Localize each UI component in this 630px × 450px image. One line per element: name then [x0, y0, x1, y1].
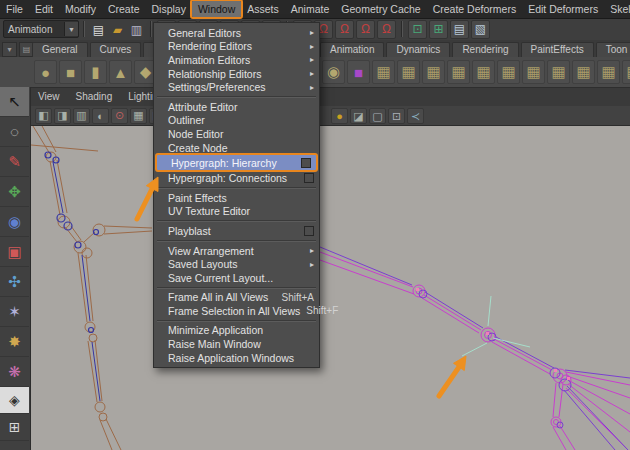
panel-menu-shading[interactable]: Shading: [68, 91, 121, 102]
shelf-tab-animation[interactable]: Animation: [320, 42, 384, 57]
select-tool[interactable]: ↖: [0, 87, 29, 117]
isolate-select-icon[interactable]: ◪: [350, 108, 367, 124]
input-connections-icon[interactable]: ⊡: [408, 20, 427, 39]
snap-projected-center-icon[interactable]: Ω: [356, 20, 375, 39]
menubar-item-edit-deformers[interactable]: Edit Deformers: [522, 1, 604, 17]
menu-item-uv-texture-editor[interactable]: UV Texture Editor: [154, 205, 319, 219]
menu-item-outliner[interactable]: Outliner: [154, 114, 319, 128]
menubar-item-animate[interactable]: Animate: [285, 1, 336, 17]
move-tool[interactable]: ✥: [0, 177, 29, 207]
menu-item-hypergraph-hierarchy[interactable]: Hypergraph: Hierarchy: [155, 153, 318, 172]
shelf-menu-icon[interactable]: ▾: [2, 42, 17, 57]
poly-cylinder-icon[interactable]: ▮: [84, 60, 107, 84]
poly-tool-icon[interactable]: ▦: [622, 60, 630, 84]
lasso-select-tool[interactable]: ◌: [0, 117, 29, 147]
menu-item-save-current-layout[interactable]: Save Current Layout...: [154, 271, 319, 285]
shaded-sphere-icon[interactable]: ●: [331, 108, 348, 124]
output-connections-icon[interactable]: ⊞: [429, 20, 448, 39]
chevron-down-icon[interactable]: ▼: [64, 22, 78, 36]
poly-tool-icon[interactable]: ▦: [372, 60, 395, 84]
resolution-gate-icon[interactable]: ▦: [130, 108, 147, 124]
shelf-tab-dynamics[interactable]: Dynamics: [386, 42, 450, 57]
single-pane-layout[interactable]: ◈: [0, 387, 29, 414]
menu-item-checkbox[interactable]: [304, 226, 314, 236]
menubar-item-create-deformers[interactable]: Create Deformers: [427, 1, 522, 17]
purple-cube-icon[interactable]: ■: [347, 60, 370, 84]
menu-item-frame-selection-in-all-views[interactable]: Frame Selection in All ViewsShift+F: [154, 304, 319, 318]
menubar-item-geometry-cache[interactable]: Geometry Cache: [335, 1, 426, 17]
last-tool-used[interactable]: ❋: [0, 357, 29, 387]
shelf-tab-toon[interactable]: Toon: [596, 42, 630, 57]
poly-sphere-icon[interactable]: ●: [34, 60, 57, 84]
poly-tool-icon[interactable]: ▦: [522, 60, 545, 84]
poly-tool-icon[interactable]: ▦: [397, 60, 420, 84]
menu-item-raise-application-windows[interactable]: Raise Application Windows: [154, 351, 319, 365]
new-scene-icon[interactable]: ▤: [90, 21, 107, 38]
menu-item-view-arrangement[interactable]: View Arrangement▸: [154, 244, 319, 258]
grease-pencil-icon[interactable]: ⊙: [111, 108, 128, 124]
scale-tool[interactable]: ▣: [0, 237, 29, 267]
menubar-item-assets[interactable]: Assets: [241, 1, 285, 17]
menu-item-settings-preferences[interactable]: Settings/Preferences▸: [154, 80, 319, 94]
poly-tool-icon[interactable]: ▦: [472, 60, 495, 84]
bookmarks-icon[interactable]: ◨: [54, 108, 71, 124]
menu-item-playblast[interactable]: Playblast: [154, 224, 319, 238]
menubar-item-display[interactable]: Display: [145, 1, 191, 17]
menu-item-hypergraph-connections[interactable]: Hypergraph: Connections: [154, 171, 319, 185]
menubar-item-window[interactable]: Window: [192, 1, 241, 17]
menu-set-selector[interactable]: Animation ▼: [3, 20, 79, 38]
menu-item-node-editor[interactable]: Node Editor: [154, 127, 319, 141]
menu-item-saved-layouts[interactable]: Saved Layouts▸: [154, 257, 319, 271]
menu-item-checkbox[interactable]: [301, 158, 311, 168]
poly-tool-icon[interactable]: ▦: [547, 60, 570, 84]
image-plane-icon[interactable]: ▥: [73, 108, 90, 124]
menu-item-rendering-editors[interactable]: Rendering Editors▸: [154, 40, 319, 54]
menu-item-raise-main-window[interactable]: Raise Main Window: [154, 337, 319, 351]
soft-modification-tool[interactable]: ✶: [0, 297, 29, 327]
camera-icon[interactable]: ◧: [35, 108, 52, 124]
perspective-viewport[interactable]: [30, 125, 630, 450]
outliner-pane-layout[interactable]: ⊟: [0, 441, 29, 450]
menubar-item-edit[interactable]: Edit: [29, 1, 59, 17]
four-pane-layout[interactable]: ⊞: [0, 414, 29, 441]
menu-item-relationship-editors[interactable]: Relationship Editors▸: [154, 67, 319, 81]
snap-view-plane-icon[interactable]: Ω: [377, 20, 396, 39]
wire-sphere-icon[interactable]: ◉: [322, 60, 345, 84]
menu-item-checkbox[interactable]: [304, 173, 314, 183]
snap-point-icon[interactable]: Ω: [335, 20, 354, 39]
universal-manipulator-tool[interactable]: ✣: [0, 267, 29, 297]
menu-item-attribute-editor[interactable]: Attribute Editor: [154, 100, 319, 114]
xray-cube-icon[interactable]: ⊡: [388, 108, 405, 124]
menubar-item-file[interactable]: File: [0, 1, 29, 17]
poly-tool-icon[interactable]: ▦: [497, 60, 520, 84]
construction-history-icon[interactable]: ▤: [450, 20, 469, 39]
menubar-item-skeleton[interactable]: Skeleton: [604, 1, 630, 17]
poly-tool-icon[interactable]: ▦: [572, 60, 595, 84]
menubar-item-create[interactable]: Create: [102, 1, 146, 17]
rotate-tool[interactable]: ◉: [0, 207, 29, 237]
open-scene-icon[interactable]: ▰: [109, 21, 126, 38]
shelf-tab-general[interactable]: General: [32, 42, 88, 57]
paint-select-tool[interactable]: ✎: [0, 147, 29, 177]
connections-icon[interactable]: ≺: [407, 108, 424, 124]
poly-cube-icon[interactable]: ■: [59, 60, 82, 84]
menubar-item-modify[interactable]: Modify: [59, 1, 102, 17]
menu-item-minimize-application[interactable]: Minimize Application: [154, 324, 319, 338]
poly-tool-icon[interactable]: ▦: [447, 60, 470, 84]
panel-menu-view[interactable]: View: [30, 91, 68, 102]
poly-cone-icon[interactable]: ▲: [109, 60, 132, 84]
menu-item-paint-effects[interactable]: Paint Effects: [154, 191, 319, 205]
menu-item-frame-all-in-all-views[interactable]: Frame All in All ViewsShift+A: [154, 291, 319, 305]
poly-tool-icon[interactable]: ▦: [422, 60, 445, 84]
save-scene-icon[interactable]: ▥: [128, 21, 145, 38]
shelf-tab-painteffects[interactable]: PaintEffects: [521, 42, 594, 57]
shelf-tab-curves[interactable]: Curves: [90, 42, 142, 57]
wireframe-cube-icon[interactable]: ▢: [369, 108, 386, 124]
menu-item-animation-editors[interactable]: Animation Editors▸: [154, 53, 319, 67]
shelf-tab-rendering[interactable]: Rendering: [452, 42, 518, 57]
poly-tool-icon[interactable]: ▦: [597, 60, 620, 84]
show-manipulator-tool[interactable]: ✸: [0, 327, 29, 357]
render-view-icon[interactable]: ▧: [471, 20, 490, 39]
menu-item-create-node[interactable]: Create Node: [154, 141, 319, 155]
light-icon[interactable]: ◐: [92, 108, 109, 124]
